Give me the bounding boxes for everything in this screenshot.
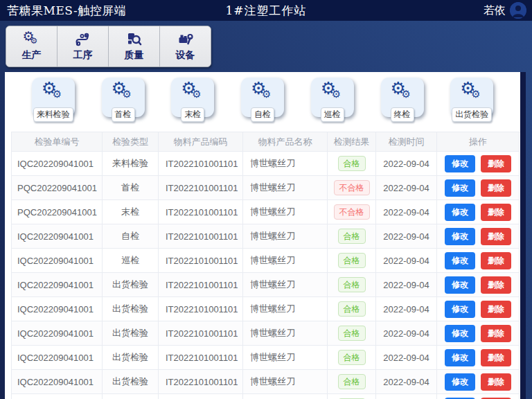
cell-material-code: IT2022101001101 (159, 346, 243, 370)
toolbar-item-quality[interactable]: 质量 (109, 26, 160, 66)
qc-button-patrol[interactable]: ⚙⚙ 巡检 (311, 78, 354, 117)
cell-material-name: 博世螺丝刀 (243, 346, 328, 370)
qc-button-incoming[interactable]: ⚙⚙ 来料检验 (32, 78, 75, 117)
edit-button[interactable]: 修改 (445, 276, 475, 294)
header-code: 物料产品编码 (159, 132, 243, 152)
delete-button[interactable]: 删除 (481, 349, 511, 366)
delete-button[interactable]: 删除 (481, 179, 511, 197)
toolbar-item-equipment[interactable]: 设备 (160, 26, 211, 66)
edit-button[interactable]: 修改 (445, 252, 475, 269)
gears-icon: ⚙⚙ (181, 82, 204, 103)
table-row: IQC202209041001 巡检 IT2022101001101 博世螺丝刀… (12, 249, 520, 273)
gears-icon: ⚙⚙ (321, 82, 344, 103)
table-row: PQC202209041001 首检 IT2022101001101 博世螺丝刀… (12, 176, 520, 200)
cell-operations: 修改 删除 (437, 249, 520, 273)
cell-order-number: IQC202209041001 (12, 224, 103, 249)
gears-icon: ⚙⚙ (460, 82, 484, 103)
cell-order-number: IQC202209041001 (12, 370, 103, 394)
edit-button[interactable]: 修改 (445, 373, 475, 391)
delete-button[interactable]: 删除 (481, 373, 511, 391)
delete-button[interactable]: 删除 (481, 276, 511, 294)
cell-material-code: IT2022101001101 (159, 176, 243, 200)
toolbar-item-label: 质量 (125, 49, 144, 62)
edit-button[interactable]: 修改 (445, 325, 475, 342)
cell-inspection-type: 出货检验 (103, 321, 159, 346)
result-badge: 合格 (338, 374, 366, 389)
cell-order-number: IQC202209041001 (12, 297, 103, 321)
cell-order-number: IQC202209041001 (12, 321, 103, 346)
user-avatar-icon[interactable] (510, 2, 526, 19)
cell-material-code: IT2022101001101 (159, 394, 243, 399)
top-bar: 苦糖果MES-触控屏端 1#注塑工作站 若依 (0, 0, 532, 21)
cell-material-name: 博世螺丝刀 (243, 224, 328, 249)
table-row: IQC202209041001 出货检验 IT2022101001101 博世螺… (12, 346, 520, 370)
cell-date: 2022-09-04 (376, 176, 437, 200)
delete-button[interactable]: 删除 (481, 228, 511, 245)
edit-button[interactable]: 修改 (445, 155, 475, 172)
qc-button-first[interactable]: ⚙⚙ 首检 (102, 78, 145, 117)
cell-material-name: 博世螺丝刀 (243, 370, 328, 394)
cell-date: 2022-09-04 (376, 273, 437, 297)
edit-button[interactable]: 修改 (445, 179, 475, 197)
delete-button[interactable]: 删除 (481, 204, 511, 221)
cell-operations: 修改 删除 (437, 297, 520, 321)
result-badge: 合格 (338, 156, 366, 171)
station-title: 1#注塑工作站 (225, 3, 306, 19)
toolbar-item-process[interactable]: 工序 (57, 26, 109, 66)
toolbar-item-label: 工序 (73, 49, 93, 62)
table-header: 检验单编号 检验类型 物料产品编码 物料产品名称 检测结果 检测时间 操作 (12, 132, 520, 152)
result-badge: 合格 (338, 326, 366, 341)
cell-date: 2022-09-04 (376, 249, 437, 273)
edit-button[interactable]: 修改 (445, 301, 475, 318)
result-badge: 不合格 (334, 180, 370, 195)
cell-order-number: IQC202209041001 (12, 249, 103, 273)
qc-button-self[interactable]: ⚙⚙ 自检 (241, 78, 284, 117)
gears-icon: ⚙⚙ (112, 82, 135, 103)
delete-button[interactable]: 删除 (481, 155, 511, 172)
delete-button[interactable]: 删除 (481, 301, 511, 318)
cell-inspection-type: 巡检 (103, 249, 159, 273)
cell-order-number: PQC202209041001 (12, 200, 103, 224)
cell-material-code: IT2022101001101 (159, 200, 243, 224)
cell-material-name: 博世螺丝刀 (243, 297, 328, 321)
qc-button-label: 自检 (251, 107, 274, 122)
gears-icon: ⚙⚙ (42, 82, 65, 103)
cell-operations: 修改 删除 (437, 321, 520, 346)
cell-result: 合格 (328, 297, 376, 321)
cell-inspection-type: 出货检验 (103, 394, 159, 399)
cell-result: 合格 (328, 152, 376, 176)
cell-operations: 修改 删除 (437, 224, 520, 249)
cell-result: 合格 (328, 370, 376, 394)
qc-button-label: 末检 (181, 107, 204, 122)
quality-search-icon (126, 31, 143, 48)
cell-material-name: 博世螺丝刀 (243, 321, 328, 346)
edit-button[interactable]: 修改 (445, 349, 475, 366)
header-type: 检验类型 (103, 132, 159, 152)
cell-inspection-type: 末检 (103, 200, 159, 224)
gears-icon: ⚙⚙ (391, 82, 414, 103)
delete-button[interactable]: 删除 (481, 252, 511, 269)
cell-inspection-type: 出货检验 (103, 346, 159, 370)
cell-date: 2022-09-04 (376, 224, 437, 249)
qc-button-outgoing[interactable]: ⚙⚙ 出货检验 (450, 78, 493, 117)
qc-button-last[interactable]: ⚙⚙ 末检 (171, 78, 214, 117)
cell-material-code: IT2022101001101 (159, 297, 243, 321)
delete-button[interactable]: 删除 (481, 325, 511, 342)
toolbar-item-production[interactable]: ⚙⚙ 生产 (6, 26, 57, 66)
header-date: 检测时间 (376, 132, 437, 152)
result-badge: 合格 (338, 253, 366, 268)
cell-date: 2022-09-04 (376, 200, 437, 224)
table-row: IQC202209041001 自检 IT2022101001101 博世螺丝刀… (12, 224, 520, 249)
toolbar-item-label: 设备 (176, 49, 195, 62)
cell-material-code: IT2022101001101 (159, 370, 243, 394)
user-menu[interactable]: 若依 (484, 0, 526, 21)
qc-button-final[interactable]: ⚙⚙ 终检 (381, 78, 424, 117)
edit-button[interactable]: 修改 (445, 228, 475, 245)
cell-inspection-type: 来料检验 (103, 152, 159, 176)
edit-button[interactable]: 修改 (445, 204, 475, 221)
cell-operations: 修改 删除 (437, 394, 520, 399)
cell-operations: 修改 删除 (437, 152, 520, 176)
content-panel: ⚙⚙ 来料检验 ⚙⚙ 首检 ⚙⚙ 末检 ⚙⚙ 自检 ⚙⚙ 巡检 ⚙⚙ 终检 ⚙⚙… (5, 72, 526, 399)
cell-order-number: PQC202209041001 (12, 176, 103, 200)
user-name: 若依 (484, 3, 506, 18)
